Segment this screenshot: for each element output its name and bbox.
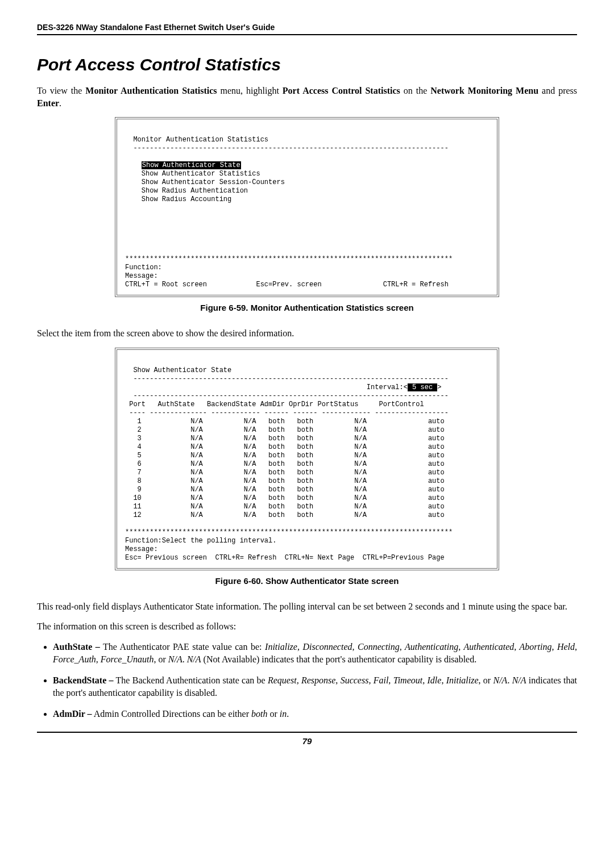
term1-message: Message: <box>125 272 158 280</box>
term2-row: 7 N/A N/A both both N/A auto <box>125 469 445 477</box>
bullet-values: Request, Response, Success, Fail, Timeou… <box>268 675 479 685</box>
bullet-text: , or <box>154 654 168 664</box>
bullet-lead: AdmDir – <box>53 709 92 719</box>
term2-row: 9 N/A N/A both both N/A auto <box>125 486 445 494</box>
bullet-lead: AuthState – <box>53 642 100 652</box>
term2-title: Show Authenticator State <box>125 366 231 374</box>
bullet-text: . <box>287 709 289 719</box>
bullet-text: (Not Available) indicates that the port'… <box>201 654 477 664</box>
list-item-authstate: AuthState – The Authenticator PAE state … <box>53 641 577 666</box>
intro-bold-3: Network Monitoring Menu <box>430 86 538 95</box>
term1-option: Show Radius Accounting <box>125 195 231 203</box>
term2-header: Port AuthState BackendState AdmDir OprDi… <box>125 400 424 408</box>
term2-row: 2 N/A N/A both both N/A auto <box>125 426 445 434</box>
term2-interval: Interval:< <box>125 383 408 391</box>
term1-title: Monitor Authentication Statistics <box>133 136 268 144</box>
intro-text: . <box>59 98 61 108</box>
mid-paragraph: Select the item from the screen above to… <box>37 327 577 340</box>
term2-message: Message: <box>125 545 158 553</box>
term2-row: 11 N/A N/A both both N/A auto <box>125 503 445 511</box>
term2-row: 3 N/A N/A both both N/A auto <box>125 435 445 443</box>
terminal-screenshot-1: Monitor Authentication Statistics ------… <box>115 117 499 297</box>
term2-interval-value: 5 sec <box>408 383 437 391</box>
term2-function: Function:Select the polling interval. <box>125 537 276 545</box>
term1-selected-option: Show Authenticator State <box>142 161 241 169</box>
bullet-na: N/A <box>187 654 201 664</box>
header-title: DES-3226 NWay Standalone Fast Ethernet S… <box>37 23 577 35</box>
term2-nav: Esc= Previous screen CTRL+R= Refresh CTR… <box>125 554 445 562</box>
page-number: 79 <box>37 733 577 746</box>
intro-text: menu, highlight <box>217 86 283 95</box>
intro-text: on the <box>400 86 431 95</box>
bullet-lead: BackendState – <box>53 675 114 685</box>
bullet-text: , or <box>479 675 493 685</box>
list-item-backendstate: BackendState – The Backend Authenticatio… <box>53 674 577 700</box>
bullet-na: N/A <box>512 675 526 685</box>
term1-option: Show Authenticator Session-Counters <box>125 178 285 186</box>
bullet-text: The Authenticator PAE state value can be… <box>100 642 265 652</box>
intro-bold-4: Enter <box>37 98 59 108</box>
figure-caption-1: Figure 6-59. Monitor Authentication Stat… <box>37 303 577 312</box>
post-paragraph-1: This read-only field displays Authentica… <box>37 600 577 613</box>
figure-caption-2: Figure 6-60. Show Authenticator State sc… <box>37 576 577 586</box>
intro-paragraph: To view the Monitor Authentication Stati… <box>37 85 577 109</box>
term1-nav: CTRL+T = Root screen Esc=Prev. screen CT… <box>125 281 449 289</box>
bullet-value: both <box>251 709 267 719</box>
bullet-text: . <box>182 654 187 664</box>
term2-stars: ****************************************… <box>125 528 453 536</box>
section-title: Port Access Control Statistics <box>37 55 577 74</box>
intro-text: and press <box>538 86 577 95</box>
bullet-text: or <box>267 709 279 719</box>
term2-row: 1 N/A N/A both both N/A auto <box>125 418 445 425</box>
bullet-na: N/A <box>168 654 182 664</box>
intro-bold-2: Port Access Control Statistics <box>283 86 400 95</box>
term2-rule: ---- -------------- ------------ ------ … <box>125 409 449 417</box>
term1-option: Show Authenticator Statistics <box>125 170 260 178</box>
intro-bold-1: Monitor Authentication Statistics <box>85 86 217 95</box>
term2-rule: ----------------------------------------… <box>125 392 449 400</box>
bullet-value: in <box>280 709 287 719</box>
term1-stars: ****************************************… <box>125 255 453 263</box>
intro-text: To view the <box>37 86 85 95</box>
term2-interval: > <box>437 383 441 391</box>
bullet-text: The Backend Authentication state can be <box>114 675 268 685</box>
bullet-text: Admin Controlled Directions can be eithe… <box>92 709 251 719</box>
term2-row: 6 N/A N/A both both N/A auto <box>125 460 445 468</box>
term2-row: 5 N/A N/A both both N/A auto <box>125 452 445 460</box>
bullet-text: . <box>507 675 512 685</box>
terminal-screenshot-2: Show Authenticator State ---------------… <box>115 348 499 570</box>
post-paragraph-2: The information on this screen is descri… <box>37 620 577 633</box>
description-list: AuthState – The Authenticator PAE state … <box>37 641 577 720</box>
term2-rule: ----------------------------------------… <box>125 375 449 383</box>
bullet-na: N/A <box>493 675 508 685</box>
term2-row: 12 N/A N/A both both N/A auto <box>125 511 445 519</box>
list-item-admdir: AdmDir – Admin Controlled Directions can… <box>53 708 577 720</box>
term1-function: Function: <box>125 264 162 272</box>
term2-row: 8 N/A N/A both both N/A auto <box>125 477 445 485</box>
term1-option: Show Radius Authentication <box>125 187 248 195</box>
term2-row: 4 N/A N/A both both N/A auto <box>125 443 445 451</box>
term1-rule: ----------------------------------------… <box>125 144 449 152</box>
term2-row: 10 N/A N/A both both N/A auto <box>125 494 445 502</box>
